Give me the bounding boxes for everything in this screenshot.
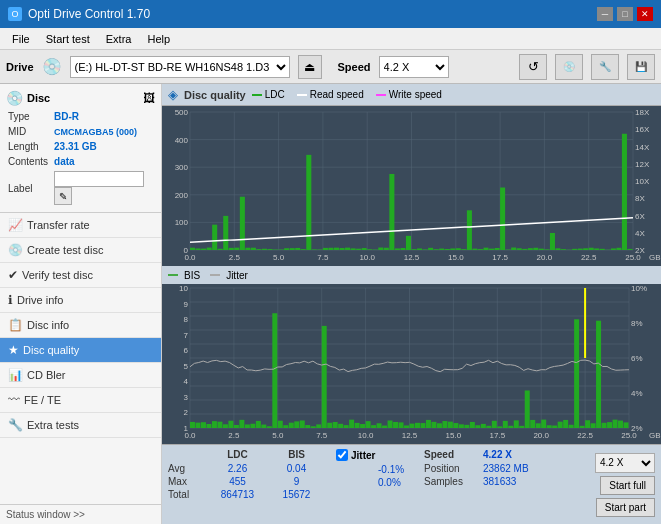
sidebar-item-verify-test-disc[interactable]: ✔ Verify test disc bbox=[0, 263, 161, 288]
drive-info-icon: ℹ bbox=[8, 293, 13, 307]
titlebar: O Opti Drive Control 1.70 ─ □ ✕ bbox=[0, 0, 661, 28]
samples-label: Samples bbox=[424, 476, 479, 487]
col-bis-header: BIS bbox=[269, 449, 324, 460]
main-area: 💿 Disc 🖼 Type BD-R MID CMCMAGBA5 (000) L… bbox=[0, 84, 661, 524]
minimize-button[interactable]: ─ bbox=[597, 7, 613, 21]
disc-label-input[interactable] bbox=[54, 171, 144, 187]
start-part-button[interactable]: Start part bbox=[596, 498, 655, 517]
drive-select[interactable]: (E:) HL-DT-ST BD-RE WH16NS48 1.D3 bbox=[70, 56, 290, 78]
drivebar: Drive 💿 (E:) HL-DT-ST BD-RE WH16NS48 1.D… bbox=[0, 50, 661, 84]
disc-label-button[interactable]: ✎ bbox=[54, 187, 72, 205]
mid-label: MID bbox=[6, 125, 50, 138]
legend-write-icon bbox=[376, 94, 386, 96]
jitter-label: Jitter bbox=[351, 450, 375, 461]
status-window-label: Status window >> bbox=[6, 509, 85, 520]
contents-label: Contents bbox=[6, 155, 50, 168]
avg-bis-value: 0.04 bbox=[269, 463, 324, 474]
jitter-section: Jitter -0.1% 0.0% bbox=[332, 447, 412, 522]
disc-image-icon: 🖼 bbox=[143, 91, 155, 105]
status-window-button[interactable]: Status window >> bbox=[0, 504, 161, 524]
position-label: Position bbox=[424, 463, 479, 474]
speed-col-header: Speed bbox=[424, 449, 479, 460]
menu-help[interactable]: Help bbox=[139, 31, 178, 47]
disc-button[interactable]: 💿 bbox=[555, 54, 583, 80]
drive-icon: 💿 bbox=[42, 57, 62, 76]
legend-write-label: Write speed bbox=[389, 89, 442, 100]
content-area: ◈ Disc quality LDC Read speed Write spee… bbox=[162, 84, 661, 524]
sidebar-item-drive-info[interactable]: ℹ Drive info bbox=[0, 288, 161, 313]
jitter-avg-value: -0.1% bbox=[378, 464, 404, 475]
legend-read-icon bbox=[297, 94, 307, 96]
disc-info-icon: 📋 bbox=[8, 318, 23, 332]
total-ldc-value: 864713 bbox=[210, 489, 265, 500]
contents-value: data bbox=[52, 155, 155, 168]
nav-label-disc-info: Disc info bbox=[27, 319, 69, 331]
sidebar-item-transfer-rate[interactable]: 📈 Transfer rate bbox=[0, 213, 161, 238]
content-title: Disc quality bbox=[184, 89, 246, 101]
menu-start-test[interactable]: Start test bbox=[38, 31, 98, 47]
menu-extra[interactable]: Extra bbox=[98, 31, 140, 47]
legend: LDC Read speed Write speed bbox=[252, 89, 442, 100]
legend-bis-label: BIS bbox=[184, 270, 200, 281]
type-value: BD-R bbox=[52, 110, 155, 123]
jitter-max-value: 0.0% bbox=[378, 477, 401, 488]
eject-button[interactable]: ⏏ bbox=[298, 55, 322, 79]
speed-position-section: Speed 4.22 X Position 23862 MB Samples 3… bbox=[420, 447, 530, 522]
nav-label-fe-te: FE / TE bbox=[24, 394, 61, 406]
transfer-rate-icon: 📈 bbox=[8, 218, 23, 232]
sidebar-item-disc-info[interactable]: 📋 Disc info bbox=[0, 313, 161, 338]
sidebar-item-extra-tests[interactable]: 🔧 Extra tests bbox=[0, 413, 161, 438]
avg-ldc-value: 2.26 bbox=[210, 463, 265, 474]
row-avg-label: Avg bbox=[168, 463, 206, 474]
refresh-button[interactable]: ↺ bbox=[519, 54, 547, 80]
fe-te-icon: 〰 bbox=[8, 393, 20, 407]
legend-ldc-icon bbox=[252, 94, 262, 96]
legend-ldc: LDC bbox=[252, 89, 285, 100]
maximize-button[interactable]: □ bbox=[617, 7, 633, 21]
position-value: 23862 MB bbox=[483, 463, 529, 474]
nav-label-disc-quality: Disc quality bbox=[23, 344, 79, 356]
content-header: ◈ Disc quality LDC Read speed Write spee… bbox=[162, 84, 661, 106]
sidebar-item-disc-quality[interactable]: ★ Disc quality bbox=[0, 338, 161, 363]
menu-file[interactable]: File bbox=[4, 31, 38, 47]
disc-header-label: Disc bbox=[27, 92, 50, 104]
ldc-bis-table: LDC BIS Avg 2.26 0.04 Max 455 9 Total 86… bbox=[168, 447, 324, 522]
legend-read-label: Read speed bbox=[310, 89, 364, 100]
close-button[interactable]: ✕ bbox=[637, 7, 653, 21]
sidebar-item-fe-te[interactable]: 〰 FE / TE bbox=[0, 388, 161, 413]
legend-bis-icon bbox=[168, 274, 178, 276]
speed-dropdown[interactable]: 4.2 X bbox=[595, 453, 655, 473]
chart2-header: BIS Jitter bbox=[162, 266, 661, 284]
type-label: Type bbox=[6, 110, 50, 123]
nav-label-cd-bler: CD Bler bbox=[27, 369, 66, 381]
mid-value: CMCMAGBA5 (000) bbox=[52, 125, 155, 138]
disc-section: 💿 Disc 🖼 Type BD-R MID CMCMAGBA5 (000) L… bbox=[0, 84, 161, 213]
speed-select[interactable]: 4.2 X bbox=[379, 56, 449, 78]
cd-bler-icon: 📊 bbox=[8, 368, 23, 382]
max-ldc-value: 455 bbox=[210, 476, 265, 487]
row-max-label: Max bbox=[168, 476, 206, 487]
sidebar-item-cd-bler[interactable]: 📊 CD Bler bbox=[0, 363, 161, 388]
extra-tests-icon: 🔧 bbox=[8, 418, 23, 432]
start-full-button[interactable]: Start full bbox=[600, 476, 655, 495]
app-icon: O bbox=[8, 7, 22, 21]
options-button[interactable]: 🔧 bbox=[591, 54, 619, 80]
nav-section: 📈 Transfer rate 💿 Create test disc ✔ Ver… bbox=[0, 213, 161, 438]
stats-area: LDC BIS Avg 2.26 0.04 Max 455 9 Total 86… bbox=[162, 444, 661, 524]
disc-header-icon: 💿 bbox=[6, 90, 23, 106]
legend-jitter-label: Jitter bbox=[226, 270, 248, 281]
legend-ldc-label: LDC bbox=[265, 89, 285, 100]
row-total-label: Total bbox=[168, 489, 206, 500]
nav-label-verify-test-disc: Verify test disc bbox=[22, 269, 93, 281]
sidebar-item-create-test-disc[interactable]: 💿 Create test disc bbox=[0, 238, 161, 263]
nav-label-create-test-disc: Create test disc bbox=[27, 244, 103, 256]
chart1-container bbox=[162, 106, 661, 266]
action-buttons-section: 4.2 X Start full Start part bbox=[595, 447, 655, 522]
jitter-checkbox[interactable] bbox=[336, 449, 348, 461]
speed-col-value: 4.22 X bbox=[483, 449, 512, 460]
save-button[interactable]: 💾 bbox=[627, 54, 655, 80]
disc-info-table: Type BD-R MID CMCMAGBA5 (000) Length 23.… bbox=[4, 108, 157, 208]
label-label: Label bbox=[6, 170, 50, 206]
nav-label-extra-tests: Extra tests bbox=[27, 419, 79, 431]
create-test-disc-icon: 💿 bbox=[8, 243, 23, 257]
